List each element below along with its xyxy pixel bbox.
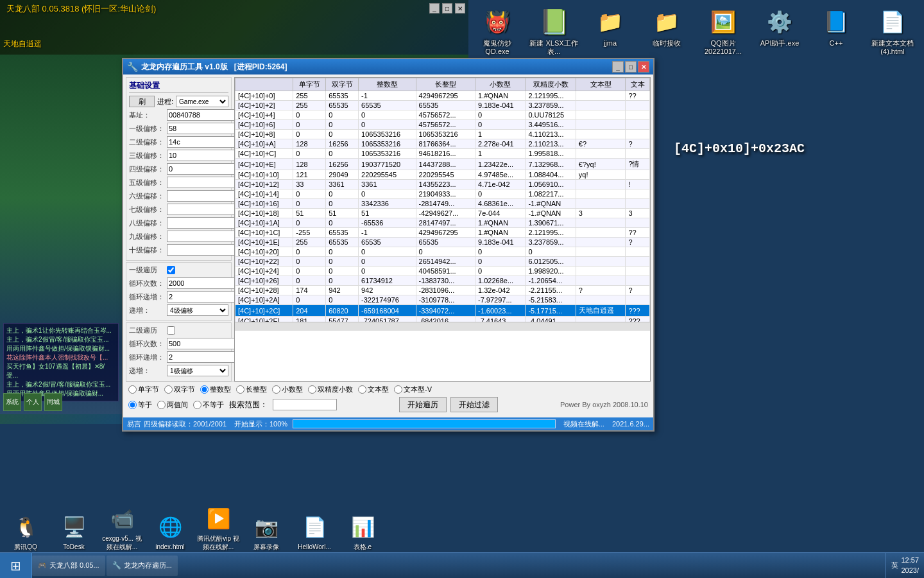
desktop-icon-devil[interactable]: 👹 魔鬼仿炒QD.exe — [472, 6, 523, 56]
address-display: [4C]+0x10]+0x23AC — [674, 141, 805, 156]
traverse2-checkbox[interactable] — [167, 326, 175, 335]
window-titlebar: 🔧 龙龙内存遍历工具 v1.0版 [进程PID:5264] _ □ ✕ — [123, 59, 653, 74]
table-row[interactable]: [4C]+10]+2E]18155477-724051787-6842016..… — [235, 317, 650, 322]
radio-qword[interactable]: 长整型 — [236, 385, 267, 394]
start-filter-button[interactable]: 开始过滤 — [450, 397, 498, 412]
dock-cexgg[interactable]: 📹 cexgg-v5... 视频在线解... — [99, 502, 144, 551]
table-row[interactable]: [4C]+10]+0]25565535-142949672951.#QNAN2.… — [235, 91, 650, 101]
search-range-input[interactable] — [273, 399, 337, 410]
desktop-icon-jjma[interactable]: 📁 jjma — [585, 6, 636, 56]
status-middle: 四级偏移读取：2001/2001 — [144, 419, 227, 429]
taskbar: ⊞ 🎮 天龙八部 0.05... 🔧 龙龙内存遍历... 英 12:57 202… — [0, 552, 924, 578]
dock-table[interactable]: 📊 表格.e — [340, 511, 385, 551]
table-row[interactable]: [4C]+10]+2C]20460820-659168004-3394072..… — [235, 305, 650, 317]
traverse1-header-row: 一级遍历 — [129, 265, 228, 275]
table-row[interactable]: [4C]+10]+28]174942942-2831096...1.32e-04… — [235, 286, 650, 295]
radio-dword[interactable]: 整数型 — [200, 385, 231, 394]
desktop-icon-temp[interactable]: 📁 临时接收 — [641, 6, 692, 56]
taskbar-game-label: 天龙八部 0.05... — [49, 561, 99, 570]
radio-byte[interactable]: 单字节 — [128, 385, 159, 394]
table-row[interactable]: [4C]+10]+E]12816256190377152014437288...… — [235, 159, 650, 170]
dock-index[interactable]: 🌐 index.html — [148, 511, 193, 551]
loop-inc2-label: 循环递增： — [129, 353, 164, 362]
table-row[interactable]: [4C]+10]+22]00026514942...06.012505... — [235, 257, 650, 267]
radio-textv[interactable]: 文本型-V — [394, 385, 432, 394]
table-row[interactable]: [4C]+10]+1E]2556553565535655359.183e-041… — [235, 238, 650, 247]
dock-recorder[interactable]: 📷 屏幕录像 — [244, 511, 289, 551]
minimize-button[interactable]: _ — [612, 61, 624, 73]
radio-equal[interactable]: 等于 — [128, 400, 152, 410]
process-label: 进程: — [157, 97, 173, 107]
table-row[interactable]: [4C]+10]+20]000000 — [235, 247, 650, 257]
game-close-btn[interactable]: ✕ — [455, 3, 465, 13]
radio-double[interactable]: 双精度小数 — [308, 385, 353, 394]
step1-select[interactable]: 4级偏移 — [167, 304, 228, 316]
table-row[interactable]: [4C]+10]+18]515151-42949627...7e-044-1.#… — [235, 209, 650, 218]
level4-label: 四级偏移： — [129, 164, 164, 174]
traverse2-header-row: 二级遍历 — [129, 326, 228, 335]
desktop-icon-api[interactable]: ⚙️ API助手.exe — [754, 6, 805, 56]
loop-inc2-row: 循环递增： — [129, 351, 228, 363]
controls-row: 等于 两值间 不等于 搜索范围： 开始遍历 开始过滤 Power By oxyz… — [128, 397, 648, 412]
game-minimize-btn[interactable]: _ — [429, 3, 440, 13]
dock-hello[interactable]: 📄 HelloWorl... — [292, 511, 337, 551]
data-table-wrapper[interactable]: 单字节 双字节 整数型 长整型 小数型 双精度小数 文本型 文本 — [235, 78, 650, 322]
status-progress-bar-wrap — [293, 419, 556, 428]
level1-row: 一级偏移： — [129, 123, 228, 134]
taskbar-tool-icon: 🔧 — [112, 561, 121, 570]
traverse1-checkbox[interactable] — [167, 266, 175, 274]
table-row[interactable]: [4C]+10]+2A]00-322174976-3109778...-7.97… — [235, 295, 650, 305]
radio-word[interactable]: 双字节 — [164, 385, 195, 394]
table-row[interactable]: [4C]+10]+12]333361336114355223...4.71e-0… — [235, 180, 650, 189]
table-row[interactable]: [4C]+10]+8]001065353216106535321614.1102… — [235, 130, 650, 139]
taskbar-item-tool[interactable]: 🔧 龙龙内存遍历... — [107, 556, 178, 576]
taskbar-lang: 英 — [891, 561, 898, 570]
action-buttons: 开始遍历 开始过滤 — [399, 397, 498, 412]
close-button[interactable]: ✕ — [638, 61, 649, 73]
start-traverse-button[interactable]: 开始遍历 — [399, 397, 447, 412]
table-row[interactable]: [4C]+10]+A]12816256106535321681766364...… — [235, 139, 650, 149]
taskbar-start-button[interactable]: ⊞ — [0, 553, 32, 579]
level9-row: 九级偏移： — [129, 231, 228, 242]
process-select[interactable]: Game.exe — [176, 96, 228, 107]
table-row[interactable]: [4C]+10]+24]00040458591...01.998920... — [235, 267, 650, 276]
game-restore-btn[interactable]: □ — [442, 3, 452, 13]
radio-text[interactable]: 文本型 — [358, 385, 389, 394]
level7-row: 七级偏移： — [129, 204, 228, 215]
data-tbody: [4C]+10]+0]25565535-142949672951.#QNAN2.… — [235, 91, 650, 322]
table-row[interactable]: [4C]+10]+4]00045756572...00.UU78125 — [235, 110, 650, 120]
table-row[interactable]: [4C]+10]+16]003342336-2814749...4.68361e… — [235, 199, 650, 209]
status-bar: 易言 四级偏移读取：2001/2001 开始显示：100% 视频在线解... 2… — [123, 417, 653, 430]
dock-qq[interactable]: 🐧 腾讯QQ — [3, 511, 48, 551]
table-row[interactable]: [4C]+10]+1C]-25565535-142949672951.#QNAN… — [235, 228, 650, 238]
taskbar-tool-label: 龙龙内存遍历... — [124, 561, 172, 570]
table-row[interactable]: [4C]+10]+14]00021904933...01.082217... — [235, 189, 650, 199]
desktop-icon-html[interactable]: 📄 新建文本文档 (4).html — [867, 6, 918, 56]
table-row[interactable]: [4C]+10]+26]0061734912-1383730...1.02268… — [235, 276, 650, 286]
taskbar-clock: 12:57 2023/ — [901, 556, 919, 575]
table-row[interactable]: [4C]+10]+10]121290492202955452202955454.… — [235, 170, 650, 180]
radio-float[interactable]: 小数型 — [272, 385, 303, 394]
base-row: 基址： — [129, 109, 228, 121]
desktop-icon-qq-img[interactable]: 🖼️ QQ图片 20221017... — [697, 6, 749, 56]
restore-button[interactable]: □ — [625, 61, 637, 73]
desktop-icon-cpp[interactable]: 📘 C++ — [810, 6, 862, 56]
table-row[interactable]: [4C]+10]+6]00045756572...03.449516... — [235, 120, 650, 130]
dock-tencent-vip[interactable]: ▶️ 腾讯优酷vip 视频在线解... — [196, 502, 241, 551]
horizontal-scrollbar[interactable] — [235, 322, 650, 331]
table-row[interactable]: [4C]+10]+C]00106535321694618216...11.995… — [235, 149, 650, 159]
memory-tool-window: 🔧 龙龙内存遍历工具 v1.0版 [进程PID:5264] _ □ ✕ 基础设置 — [122, 58, 654, 432]
loop-count1-row: 循环次数： — [129, 277, 228, 289]
radio-notequal[interactable]: 不等于 — [193, 400, 224, 410]
refresh-button[interactable]: 刷 — [129, 96, 155, 107]
level4-row: 四级偏移： — [129, 163, 228, 175]
desktop-icon-xlsx[interactable]: 📗 新建 XLSX工作表... — [528, 6, 579, 56]
table-row[interactable]: [4C]+10]+2]2556553565535655359.183e-0413… — [235, 101, 650, 110]
step2-select[interactable]: 1级偏移 — [167, 365, 228, 376]
game-window-controls[interactable]: _ □ ✕ — [429, 3, 465, 13]
taskbar-item-game[interactable]: 🎮 天龙八部 0.05... — [32, 556, 105, 576]
dock-todesk[interactable]: 🖥️ ToDesk — [51, 511, 96, 551]
radio-between[interactable]: 两值间 — [157, 400, 188, 410]
level8-row: 八级偏移： — [129, 217, 228, 229]
table-row[interactable]: [4C]+10]+1A]00-6553628147497...1.#QNAN1.… — [235, 218, 650, 228]
